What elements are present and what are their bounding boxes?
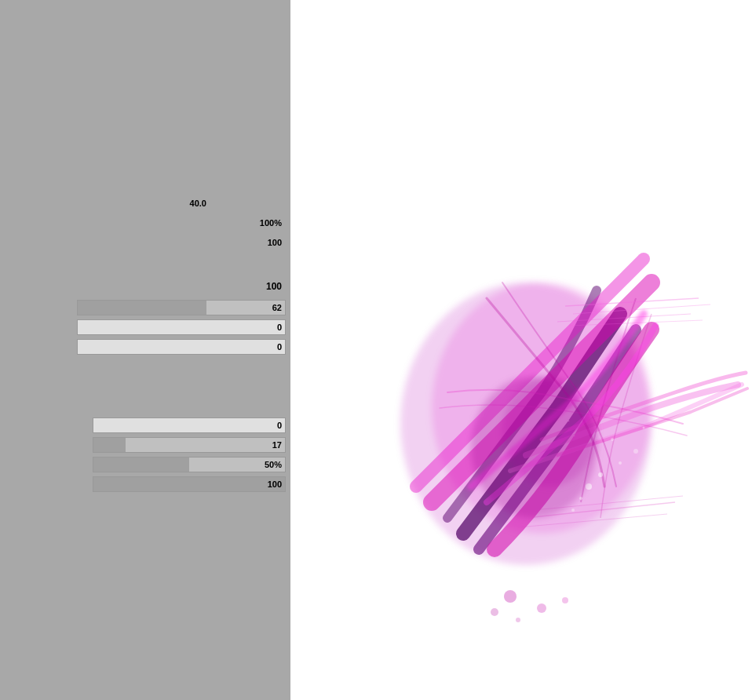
max-dens-prs-slider[interactable]: 50% xyxy=(93,457,286,472)
texture-value[interactable]: 100 xyxy=(231,277,286,296)
dilution-value: 0 xyxy=(277,323,282,332)
blending-value: 62 xyxy=(272,303,282,312)
blending-fill xyxy=(78,301,206,315)
svg-point-39 xyxy=(633,449,638,454)
svg-point-44 xyxy=(502,377,597,487)
min-size-value: 100% xyxy=(260,218,282,228)
svg-point-46 xyxy=(537,603,546,613)
persistence-slider[interactable]: 0 xyxy=(77,339,286,355)
svg-point-47 xyxy=(491,608,498,616)
persistence-value: 0 xyxy=(277,342,282,352)
canvas-area[interactable] xyxy=(290,0,752,700)
size-value: 40.0 xyxy=(190,199,206,208)
svg-point-49 xyxy=(516,618,520,622)
svg-point-45 xyxy=(504,590,517,603)
hard-soft-value: 100 xyxy=(268,479,282,489)
max-dens-prs-fill xyxy=(93,458,189,472)
min-density-slider[interactable]: 17 xyxy=(93,437,286,453)
min-density-fill xyxy=(93,438,126,452)
edge-hardness-value: 0 xyxy=(277,421,282,430)
hard-soft-slider[interactable]: 100 xyxy=(93,476,286,492)
svg-point-40 xyxy=(571,509,575,512)
svg-point-42 xyxy=(643,427,645,429)
blending-slider[interactable]: 62 xyxy=(77,300,286,315)
brush-stroke-svg xyxy=(290,0,752,700)
svg-point-48 xyxy=(562,597,568,603)
max-dens-prs-value: 50% xyxy=(265,460,282,469)
svg-point-37 xyxy=(619,461,622,465)
hard-soft-fill xyxy=(93,477,285,491)
svg-point-38 xyxy=(579,497,582,500)
edge-hardness-slider[interactable]: 0 xyxy=(93,417,286,433)
dilution-slider[interactable]: 0 xyxy=(77,319,286,335)
texture-row: Dirt 04 ▼ 100 xyxy=(3,277,286,296)
min-density-value: 17 xyxy=(272,440,282,450)
svg-point-41 xyxy=(611,438,614,441)
svg-point-36 xyxy=(598,472,603,477)
density-value: 100 xyxy=(268,238,282,247)
